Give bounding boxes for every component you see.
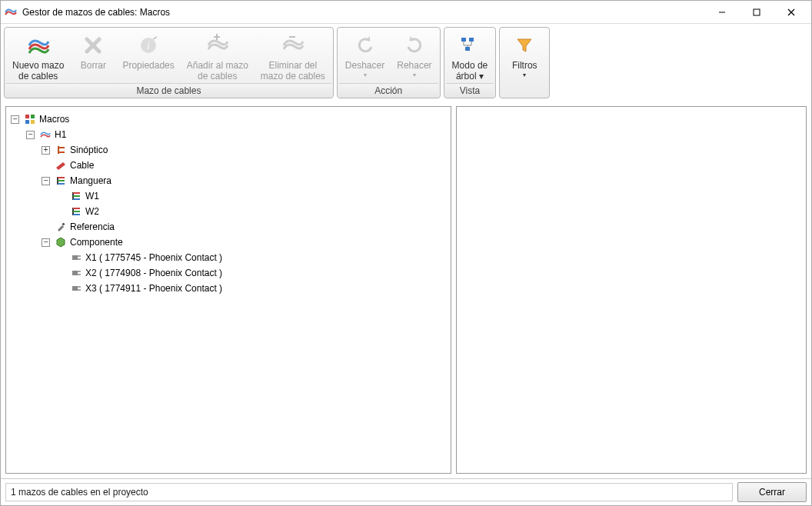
connector-icon bbox=[70, 282, 82, 295]
tree-row[interactable]: X1 ( 1775745 - Phoenix Contact ) bbox=[57, 250, 448, 265]
svg-rect-39 bbox=[72, 271, 78, 275]
tree-row[interactable]: −Componente bbox=[42, 235, 448, 250]
tree-node-label: Manguera bbox=[70, 173, 111, 188]
ribbon-button-label: Rehacer bbox=[397, 60, 431, 71]
harness-icon bbox=[39, 128, 52, 141]
ribbon-button-label: Borrar bbox=[81, 60, 106, 71]
cable-icon bbox=[55, 159, 67, 171]
status-text: 1 mazos de cables en el proyecto bbox=[5, 483, 733, 501]
collapse-toggle[interactable]: − bbox=[42, 238, 50, 247]
expander-placeholder bbox=[42, 161, 50, 170]
tree-row[interactable]: +Sinóptico bbox=[42, 142, 448, 158]
undo-icon bbox=[352, 32, 378, 58]
tree-node-label: Cable bbox=[70, 158, 94, 173]
ribbon-toolbar: Nuevo mazo de cablesBorrariPropiedadesAñ… bbox=[4, 27, 808, 98]
ribbon-group: Filtros▾ bbox=[499, 27, 550, 98]
svg-rect-10 bbox=[465, 47, 470, 51]
svg-rect-8 bbox=[461, 38, 466, 42]
close-window-button[interactable] bbox=[774, 2, 808, 23]
titlebar: Gestor de mazos de cables: Macros bbox=[1, 1, 811, 24]
tree-node-label: X1 ( 1775745 - Phoenix Contact ) bbox=[85, 250, 222, 265]
tree-row[interactable]: Cable bbox=[42, 158, 448, 173]
tree-row[interactable]: X2 ( 1774908 - Phoenix Contact ) bbox=[57, 265, 448, 281]
chevron-down-icon: ▾ bbox=[523, 72, 526, 78]
component-icon bbox=[55, 236, 67, 248]
collapse-toggle[interactable]: − bbox=[26, 131, 35, 139]
svg-rect-1 bbox=[754, 9, 760, 15]
ribbon-group: Deshacer▾Rehacer▾Acción bbox=[337, 27, 441, 98]
ribbon-group-title: Acción bbox=[339, 83, 438, 98]
add-to-harness-button: Añadir al mazo de cables bbox=[181, 29, 255, 83]
ribbon-button-label: Nuevo mazo de cables bbox=[12, 60, 64, 82]
new-harness-button[interactable]: Nuevo mazo de cables bbox=[6, 29, 70, 83]
properties-button: iPropiedades bbox=[116, 29, 180, 83]
tree-row[interactable]: Referencia bbox=[42, 219, 448, 235]
filters-button[interactable]: Filtros▾ bbox=[501, 29, 547, 98]
tree-node: +Sinóptico bbox=[42, 142, 448, 158]
tree-mode-icon bbox=[457, 32, 483, 58]
synoptic-icon bbox=[55, 144, 67, 156]
tree-node: W2 bbox=[57, 204, 448, 219]
tree-row[interactable]: −H1 bbox=[26, 127, 448, 142]
ribbon-button-label: Modo de árbol ▾ bbox=[452, 60, 488, 82]
tree-node: −Macros−H1+SinópticoCable−MangueraW1W2Re… bbox=[11, 112, 448, 296]
expander-placeholder bbox=[57, 192, 65, 201]
tree-node-label: Componente bbox=[70, 235, 123, 250]
tree-node-label: X3 ( 1774911 - Phoenix Contact ) bbox=[85, 281, 222, 296]
tree-node: X1 ( 1775745 - Phoenix Contact ) bbox=[57, 250, 448, 265]
window-controls bbox=[704, 2, 808, 23]
tree-node-label: X2 ( 1774908 - Phoenix Contact ) bbox=[85, 265, 222, 281]
app-window: Gestor de mazos de cables: Macros Nuevo … bbox=[0, 0, 812, 506]
remove-harness-icon bbox=[280, 32, 306, 58]
tree-panel[interactable]: −Macros−H1+SinópticoCable−MangueraW1W2Re… bbox=[5, 106, 451, 474]
tree-node-label: Referencia bbox=[70, 219, 115, 235]
ribbon-group-title: Mazo de cables bbox=[6, 83, 331, 98]
tree-node: Cable bbox=[42, 158, 448, 173]
close-button[interactable]: Cerrar bbox=[737, 482, 807, 502]
expander-placeholder bbox=[57, 254, 65, 262]
chevron-down-icon: ▾ bbox=[364, 72, 367, 78]
tree-node: X2 ( 1774908 - Phoenix Contact ) bbox=[57, 265, 448, 281]
svg-rect-18 bbox=[31, 120, 35, 124]
collapse-toggle[interactable]: − bbox=[42, 177, 50, 185]
tree-row[interactable]: −Macros bbox=[11, 112, 448, 127]
delete-icon bbox=[80, 32, 106, 58]
tree-row[interactable]: W1 bbox=[57, 188, 448, 204]
tree-node-label: Sinóptico bbox=[70, 142, 108, 158]
tree-mode-button[interactable]: Modo de árbol ▾ bbox=[446, 29, 494, 83]
ribbon-group: Nuevo mazo de cablesBorrariPropiedadesAñ… bbox=[4, 27, 334, 98]
svg-rect-42 bbox=[72, 286, 78, 291]
svg-rect-9 bbox=[469, 38, 474, 42]
expander-placeholder bbox=[57, 208, 65, 216]
statusbar: 1 mazos de cables en el proyecto Cerrar bbox=[1, 478, 811, 505]
tree-row[interactable]: W2 bbox=[57, 204, 448, 219]
ribbon-button-label: Deshacer bbox=[345, 60, 384, 71]
tree-node: −H1+SinópticoCable−MangueraW1W2Referenci… bbox=[26, 127, 448, 296]
tree-node-label: W1 bbox=[85, 188, 99, 204]
tree-node-label: Macros bbox=[39, 112, 69, 127]
tree-node: W1 bbox=[57, 188, 448, 204]
svg-rect-15 bbox=[25, 115, 29, 118]
chevron-down-icon: ▾ bbox=[413, 72, 416, 78]
filter-icon bbox=[511, 32, 537, 58]
svg-rect-17 bbox=[25, 120, 29, 124]
sleeve-item-icon bbox=[70, 190, 82, 202]
svg-text:i: i bbox=[147, 40, 150, 52]
connector-icon bbox=[70, 251, 82, 264]
tree-node: Referencia bbox=[42, 219, 448, 235]
connector-icon bbox=[70, 267, 82, 279]
tree-row[interactable]: −Manguera bbox=[42, 173, 448, 188]
maximize-button[interactable] bbox=[739, 2, 774, 23]
macros-icon bbox=[24, 113, 36, 125]
tree-row[interactable]: X3 ( 1774911 - Phoenix Contact ) bbox=[57, 281, 448, 296]
ribbon-group-title: Vista bbox=[446, 83, 494, 98]
svg-rect-36 bbox=[72, 255, 78, 260]
svg-marker-35 bbox=[57, 238, 65, 247]
collapse-toggle[interactable]: − bbox=[11, 115, 19, 124]
minimize-button[interactable] bbox=[704, 2, 739, 23]
sleeve-item-icon bbox=[70, 205, 82, 218]
harness-icon bbox=[25, 32, 52, 58]
expander-placeholder bbox=[57, 285, 65, 293]
undo-button: Deshacer▾ bbox=[339, 29, 391, 83]
expand-toggle[interactable]: + bbox=[42, 146, 50, 155]
